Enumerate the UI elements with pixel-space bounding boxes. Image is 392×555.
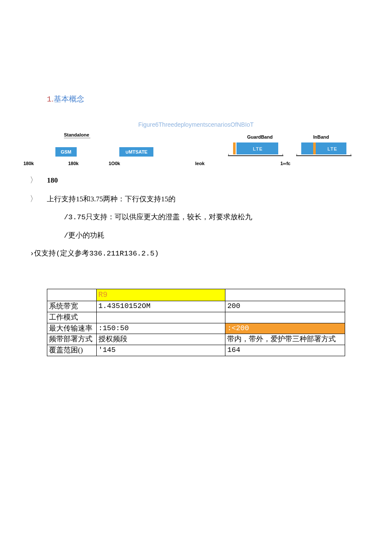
- cell-nb: 164: [225, 345, 345, 356]
- heading-number: 1: [47, 95, 52, 104]
- line-3: /3.75只支持：可以供应更大的澄盖，较长，对要求放松九: [64, 209, 345, 225]
- deployment-diagram: Standalone GSM ∪MTSATE GuardBand LTE InB…: [47, 132, 345, 169]
- label-1fc: 1∞fc: [280, 161, 291, 166]
- lte-label-guard: LTE: [243, 144, 273, 154]
- lte-label-inband: LTE: [317, 144, 347, 154]
- label-100k: 1O0k: [109, 161, 120, 166]
- trap-guardband: LTE: [228, 142, 283, 156]
- cell-r9: 1.43510152OM: [96, 301, 225, 312]
- label-180k-b: 180k: [68, 161, 78, 166]
- line-1: 〉 180: [30, 172, 345, 189]
- orange-slice-guard: [233, 142, 236, 154]
- table-row: 频带部署方式 授权频段 带内，带外，爱护带三种部署方式: [47, 334, 345, 345]
- cell-nb: [225, 312, 345, 323]
- label-leok: leok: [195, 161, 205, 166]
- line-2-text: 上行支持15和3.75两种：下行仅支持15的: [47, 195, 176, 203]
- cell-r9: '145: [96, 345, 225, 356]
- orange-slice-inband: [313, 142, 316, 154]
- angle-icon: 〉: [30, 176, 37, 184]
- cell-r9: 授权频段: [96, 334, 225, 345]
- line-4-text: /更小的功耗: [64, 232, 104, 240]
- table-row: 系统带宽 1.43510152OM 200: [47, 301, 345, 312]
- cell-label: 最大传输速率: [47, 323, 97, 334]
- figure-caption: Figure6ThreedeploymentscenariosOfNBIoT: [47, 121, 345, 128]
- table-row: 最大传输速率 :150:50 :<200: [47, 323, 345, 334]
- table-header-row: R9: [47, 289, 345, 301]
- cell-label: 覆盖范困(): [47, 345, 97, 356]
- label-180k-a: 180k: [23, 161, 34, 166]
- cell-nb-highlight: :<200: [225, 323, 345, 334]
- cell-label: 频带部署方式: [47, 334, 97, 345]
- table-row: 工作模式: [47, 312, 345, 323]
- table-row: 覆盖范困() '145 164: [47, 345, 345, 356]
- cell-nb: 200: [225, 301, 345, 312]
- cell-r9: :150:50: [96, 323, 225, 334]
- line-2: 〉 上行支持15和3.75两种：下行仅支持15的: [30, 191, 345, 208]
- box-umts: ∪MTSATE: [119, 147, 153, 157]
- th-r9: R9: [96, 289, 225, 301]
- line-3-text: /3.75只支持：可以供应更大的澄盖，较长，对要求放松九: [64, 213, 252, 221]
- box-gsm: GSM: [55, 147, 77, 157]
- th-blank2: [225, 289, 345, 301]
- line-4: /更小的功耗: [64, 227, 345, 244]
- cell-nb: 带内，带外，爱护带三种部署方式: [225, 334, 345, 345]
- underline-standalone: [64, 138, 90, 138]
- label-standalone: Standalone: [64, 132, 89, 137]
- angle-icon: 〉: [30, 195, 37, 203]
- comparison-table: R9 系统带宽 1.43510152OM 200 工作模式 最大传输速率 :15…: [47, 289, 345, 356]
- trap-inband: LTE: [296, 142, 352, 156]
- line-5: ›仅支持(定义参考336.211R136.2.5): [30, 245, 345, 262]
- line-1-text: 180: [47, 176, 58, 184]
- line-5-text: ›仅支持(定义参考336.211R136.2.5): [30, 250, 159, 258]
- label-guardband: GuardBand: [247, 134, 273, 139]
- section-heading: 1.基本概念: [47, 94, 345, 104]
- heading-text: 基本概念: [54, 95, 84, 103]
- cell-label: 系统带宽: [47, 301, 97, 312]
- th-blank1: [47, 289, 97, 301]
- cell-label: 工作模式: [47, 312, 97, 323]
- label-inband: InBand: [313, 134, 329, 139]
- cell-r9: [96, 312, 225, 323]
